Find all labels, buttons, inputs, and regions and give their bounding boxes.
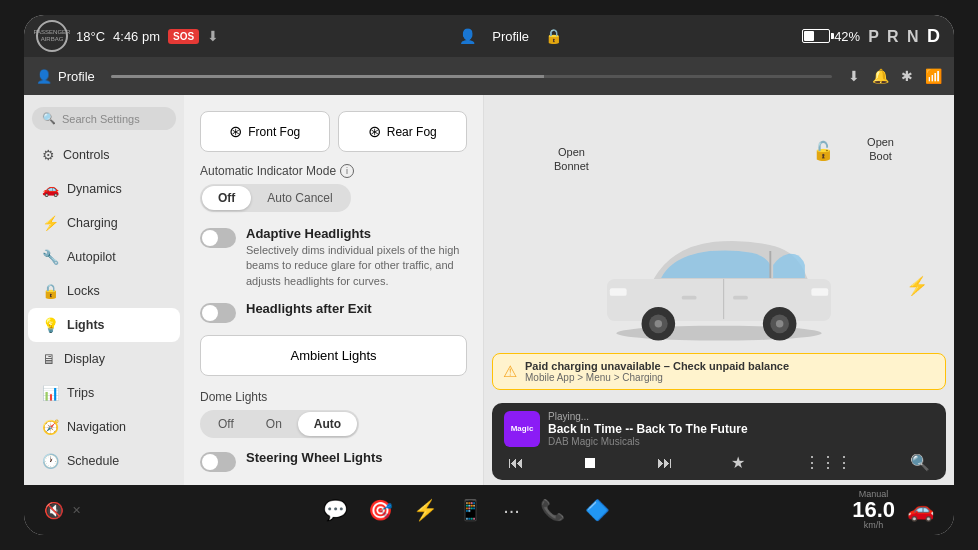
search-icon: 🔍	[42, 112, 56, 125]
prev-button[interactable]: ⏮	[508, 454, 524, 472]
front-fog-label: Front Fog	[248, 125, 300, 139]
indicator-toggle-group: Off Auto Cancel	[200, 184, 351, 212]
battery-icon	[802, 29, 830, 43]
main-content: 🔍 Search Settings ⚙ Controls 🚗 Dynamics …	[24, 95, 954, 485]
adaptive-headlights-switch[interactable]	[200, 228, 236, 248]
profile-name[interactable]: Profile	[58, 69, 95, 84]
car-illustration	[579, 195, 859, 344]
camera-icon[interactable]: 📱	[458, 498, 483, 522]
more-icon[interactable]: ···	[503, 499, 520, 522]
rear-fog-button[interactable]: ⊛ Rear Fog	[338, 111, 468, 152]
svg-point-5	[655, 320, 662, 327]
sidebar-item-charging[interactable]: ⚡ Charging	[28, 206, 180, 240]
open-boot-button[interactable]: OpenBoot	[867, 135, 894, 164]
steering-wheel-lights-title: Steering Wheel Lights	[246, 450, 383, 465]
playing-prefix: Playing...	[548, 411, 589, 422]
navigation-icon: 🧭	[42, 419, 59, 435]
phone-icon[interactable]: 📞	[540, 498, 565, 522]
headlights-exit-text: Headlights after Exit	[246, 301, 372, 316]
notification-title: Paid charging unavailable – Check unpaid…	[525, 360, 789, 372]
steering-wheel-lights-switch[interactable]	[200, 452, 236, 472]
headlights-exit-title: Headlights after Exit	[246, 301, 372, 316]
search-music-button[interactable]: 🔍	[910, 453, 930, 472]
dynamics-label: Dynamics	[67, 182, 122, 196]
info-icon[interactable]: i	[340, 164, 354, 178]
bluetooth-icon[interactable]: ✱	[901, 68, 913, 84]
notification-subtitle: Mobile App > Menu > Charging	[525, 372, 789, 383]
bluetooth-taskbar-icon[interactable]: 🔷	[585, 498, 610, 522]
status-right: 42% P R N D	[802, 26, 942, 47]
bell-icon[interactable]: 🔔	[872, 68, 889, 84]
ambient-lights-button[interactable]: Ambient Lights	[200, 335, 467, 376]
apps-icon[interactable]: 🎯	[368, 498, 393, 522]
music-player: Magic Playing... Back In Time -- Back To…	[492, 403, 946, 480]
autopilot-icon: 🔧	[42, 249, 59, 265]
download-icon-2[interactable]: ⬇	[848, 68, 860, 84]
sidebar-item-navigation[interactable]: 🧭 Navigation	[28, 410, 180, 444]
fog-lights-row: ⊛ Front Fog ⊛ Rear Fog	[200, 111, 467, 152]
music-top: Magic Playing... Back In Time -- Back To…	[504, 411, 934, 447]
taskbar: 🔇 ✕ 💬 🎯 ⚡ 📱 ··· 📞 🔷 Manual 16.0 km/h 🚗	[24, 485, 954, 535]
notification-banner: ⚠ Paid charging unavailable – Check unpa…	[492, 353, 946, 390]
charging-icon: ⚡	[42, 215, 59, 231]
car-panel: OpenBonnet OpenBoot 🔓	[484, 95, 954, 485]
dome-auto-btn[interactable]: Auto	[298, 412, 357, 436]
volume-icon[interactable]: 🔇	[44, 501, 64, 520]
sidebar-item-schedule[interactable]: 🕐 Schedule	[28, 444, 180, 478]
next-button[interactable]: ⏭	[657, 454, 673, 472]
adaptive-headlights-title: Adaptive Headlights	[246, 226, 467, 241]
favorite-button[interactable]: ★	[731, 453, 745, 472]
speed-unit: km/h	[852, 521, 895, 530]
music-subtitle: DAB Magic Musicals	[548, 436, 934, 447]
stop-button[interactable]: ⏹	[582, 454, 598, 472]
dome-on-btn[interactable]: On	[250, 412, 298, 436]
sidebar-item-lights[interactable]: 💡 Lights	[28, 308, 180, 342]
dome-lights-text: Dome Lights	[200, 390, 267, 404]
taskbar-center: 💬 🎯 ⚡ 📱 ··· 📞 🔷	[323, 498, 610, 522]
volume-x-icon: ✕	[72, 504, 81, 517]
sos-badge[interactable]: SOS	[168, 29, 199, 44]
sidebar-item-trips[interactable]: 📊 Trips	[28, 376, 180, 410]
indicator-off-btn[interactable]: Off	[202, 186, 251, 210]
charging-label: Charging	[67, 216, 118, 230]
display-label: Display	[64, 352, 105, 366]
open-boot-label: OpenBoot	[867, 135, 894, 164]
sidebar-item-display[interactable]: 🖥 Display	[28, 342, 180, 376]
steering-wheel-lights-text: Steering Wheel Lights	[246, 450, 383, 465]
rear-fog-label: Rear Fog	[387, 125, 437, 139]
front-fog-button[interactable]: ⊛ Front Fog	[200, 111, 330, 152]
svg-rect-1	[607, 279, 831, 321]
controls-icon: ⚙	[42, 147, 55, 163]
sidebar-item-controls[interactable]: ⚙ Controls	[28, 138, 180, 172]
dome-toggle-group: Off On Auto	[200, 410, 359, 438]
temperature: 18°C	[76, 29, 105, 44]
search-placeholder: Search Settings	[62, 113, 140, 125]
navigation-label: Navigation	[67, 420, 126, 434]
open-bonnet-button[interactable]: OpenBonnet	[554, 145, 589, 174]
search-box[interactable]: 🔍 Search Settings	[32, 107, 176, 130]
car-home-icon[interactable]: 🚗	[907, 497, 934, 523]
sidebar-item-dynamics[interactable]: 🚗 Dynamics	[28, 172, 180, 206]
music-info: Playing... Back In Time -- Back To The F…	[548, 411, 934, 447]
profile-section: 👤 Profile	[36, 69, 95, 84]
headlights-exit-switch[interactable]	[200, 303, 236, 323]
autopilot-label: Autopilot	[67, 250, 116, 264]
progress-bar	[111, 75, 832, 78]
music-controls: ⏮ ⏹ ⏭ ★ ⋮⋮⋮ 🔍	[504, 453, 934, 472]
sidebar-item-safety[interactable]: 🛡 Safety	[28, 478, 180, 485]
battery-fill	[804, 31, 814, 41]
signal-icon: 📶	[925, 68, 942, 84]
svg-point-8	[776, 320, 783, 327]
magic-logo-text: Magic	[511, 425, 534, 433]
sidebar-item-autopilot[interactable]: 🔧 Autopilot	[28, 240, 180, 274]
schedule-icon: 🕐	[42, 453, 59, 469]
indicator-auto-cancel-btn[interactable]: Auto Cancel	[251, 186, 348, 210]
dome-off-btn[interactable]: Off	[202, 412, 250, 436]
locks-label: Locks	[67, 284, 100, 298]
svg-rect-10	[610, 289, 627, 296]
bolt-icon[interactable]: ⚡	[413, 498, 438, 522]
magic-musicals-logo: Magic	[504, 411, 540, 447]
sidebar-item-locks[interactable]: 🔒 Locks	[28, 274, 180, 308]
messages-icon[interactable]: 💬	[323, 498, 348, 522]
profile-label[interactable]: Profile	[492, 29, 529, 44]
